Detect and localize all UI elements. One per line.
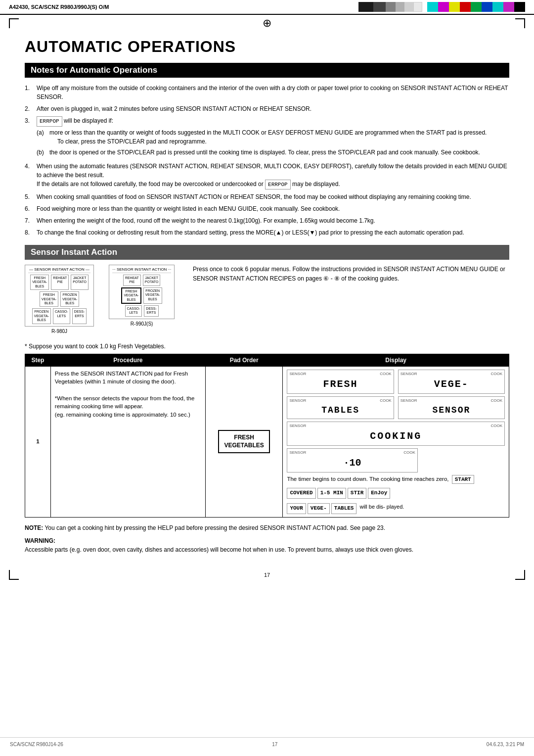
page-title: AUTOMATIC OPERATIONS (25, 38, 509, 56)
small-lcd-your: YOUR (287, 503, 306, 514)
small-display-row: COVERED 1-5 MIN STIR EnJoy (287, 488, 505, 499)
swatch-green (471, 2, 482, 12)
warning-section: WARNING: Accessible parts (e.g. oven doo… (25, 536, 509, 554)
error-display-1: ERRPOP (37, 116, 62, 127)
sub-item-3b: (b) the door is opened or the STOP/CLEAR… (37, 148, 509, 157)
table-row: 1 Press the SENSOR INSTANT ACTION pad fo… (25, 366, 509, 517)
step-number: 1 (25, 366, 51, 517)
timer-text-box: The timer begins to count down. The cook… (287, 475, 505, 484)
start-display: START (452, 475, 474, 484)
col-pad-order: Pad Order (205, 354, 283, 366)
swatch-mid-gray (386, 2, 396, 12)
procedure-sensor: *When the sensor detects the vapour from… (55, 394, 201, 411)
sensor-left-panel: — SENSOR INSTANT ACTION — FRESHVEGETA-BL… (25, 265, 183, 338)
swatch-cyan2 (492, 2, 503, 12)
display-cooking: COOKING (290, 429, 501, 443)
note-item-4: 4. When using the automatic features (SE… (25, 162, 509, 190)
warning-text: Accessible parts (e.g. oven door, oven c… (25, 546, 413, 553)
diagram-r990js: ··· SENSOR INSTANT ACTION ··· REHEATPIE … (109, 265, 175, 334)
footer-left: SCA/SCNZ R980J14-26 (10, 742, 63, 747)
decorative-row: ⊕ (0, 16, 534, 31)
swatch-lighter-gray (404, 2, 413, 12)
diagram-r990js-label: R-990J(S) (109, 321, 175, 327)
footer: SCA/SCNZ R980J14-26 17 04.6.23, 3:21 PM (0, 737, 534, 751)
sub-list-3: (a) more or less than the quantity or we… (37, 128, 509, 157)
swatch-cyan (427, 2, 438, 12)
small-lcd-tables2: TABLES (331, 503, 357, 514)
display-fresh: FRESH (290, 377, 390, 391)
small-lcd-covered: COVERED (287, 488, 315, 499)
swatch-black2 (514, 2, 525, 12)
col-display: Display (283, 354, 509, 366)
diagram-r980j: — SENSOR INSTANT ACTION — FRESHVEGETA-BL… (25, 265, 94, 334)
vegetables-label: VEGETABLES (224, 442, 264, 449)
procedure-main: Press the SENSOR INSTANT ACTION pad for … (55, 370, 201, 386)
swatch-magenta2 (503, 2, 514, 12)
note-text: You can get a cooking hint by pressing t… (44, 524, 385, 531)
cook-label-5: COOK (490, 423, 502, 429)
lcd-vege-dash: SENSOR COOK VEGE- (398, 370, 505, 394)
error-display-2: ERRPOP (265, 180, 291, 190)
cook-label-3: COOK (380, 398, 392, 404)
notes-list: 1. Wipe off any moisture from the outsid… (25, 84, 509, 237)
main-content: AUTOMATIC OPERATIONS Notes for Automatic… (0, 33, 534, 564)
footer-center: 17 (272, 742, 277, 747)
swatch-magenta (438, 2, 449, 12)
table-header-row: Step Procedure Pad Order Display (25, 354, 509, 366)
cook-label-2: COOK (490, 371, 502, 377)
corner-mark-tr (515, 18, 525, 28)
swatch-black (358, 2, 373, 12)
lcd-dot10: SENSOR COOK ·10 (287, 448, 417, 472)
sensor-label-6: SENSOR (289, 450, 306, 456)
sensor-label-1: SENSOR (289, 371, 306, 377)
note-item-5: 5. When cooking small quantities of food… (25, 192, 509, 201)
corner-mark-tl (9, 18, 19, 28)
cook-label-6: COOK (403, 450, 415, 456)
swatch-light-gray (396, 2, 404, 12)
lcd-tables: SENSOR COOK TABLES (287, 396, 394, 419)
will-be-text: will be dis- played. (359, 503, 404, 514)
procedure-eg: (eg. remaining cooking time is approxima… (55, 411, 201, 419)
sensor-section-content: — SENSOR INSTANT ACTION — FRESHVEGETA-BL… (25, 265, 509, 338)
procedure-content: Press the SENSOR INSTANT ACTION pad for … (50, 366, 205, 517)
lcd-cooking-row: SENSOR COOK COOKING (287, 422, 505, 446)
step-table: Step Procedure Pad Order Display 1 Press… (25, 354, 509, 518)
display-sensor: SENSOR (401, 404, 501, 417)
small-lcd-stir: STIR (348, 488, 366, 499)
fresh-label: FRESH (234, 434, 254, 441)
footer-right: 04.6.23, 3:21 PM (487, 742, 524, 747)
lcd-cooking: SENSOR COOK COOKING (287, 422, 505, 446)
display-vege-dash: VEGE- (401, 377, 501, 391)
color-swatches (358, 2, 525, 12)
sensor-label-4: SENSOR (400, 398, 417, 404)
small-lcd-enjoy: EnJoy (368, 488, 390, 499)
cook-label-4: COOK (490, 398, 502, 404)
small-display-row-2: YOUR VEGE- TABLES will be dis- played. (287, 503, 505, 514)
fresh-vegetables-button[interactable]: FRESH VEGETABLES (218, 430, 269, 453)
note-item-6: 6. Food weighing more or less than the q… (25, 204, 509, 213)
display-tables: TABLES (290, 404, 390, 417)
small-lcd-1-5-min: 1-5 MIN (317, 488, 346, 499)
sensor-label-3: SENSOR (289, 398, 306, 404)
suppose-text: * Suppose you want to cook 1.0 kg Fresh … (25, 343, 509, 350)
sub-item-3a: (a) more or less than the quantity or we… (37, 128, 509, 146)
swatch-white (413, 2, 422, 12)
page-number: 17 (264, 572, 270, 578)
display-cell: SENSOR COOK FRESH SENSOR COOK VEGE- (283, 366, 509, 517)
swatch-dark-gray (373, 2, 386, 12)
cook-label-1: COOK (380, 371, 392, 377)
corner-mark-br (515, 570, 525, 580)
bottom-decorative-row: 17 (0, 569, 534, 581)
swatch-yellow (449, 2, 460, 12)
small-lcd-vege: VEGE- (308, 503, 330, 514)
sensor-label-2: SENSOR (400, 371, 417, 377)
note-item-7: 7. When entering the weight of the food,… (25, 216, 509, 225)
note-item-2: 2. After oven is plugged in, wait 2 minu… (25, 104, 509, 113)
pad-order-cell: FRESH VEGETABLES (205, 366, 283, 517)
note-item-8: 8. To change the final cooking or defros… (25, 228, 509, 237)
warning-label: WARNING: (25, 537, 55, 544)
sensor-right-panel: Press once to cook 6 popular menus. Foll… (193, 265, 509, 338)
sensor-section-header: Sensor Instant Action (25, 245, 509, 260)
lcd-fresh: SENSOR COOK FRESH (287, 370, 394, 394)
crosshair-top: ⊕ (263, 17, 271, 30)
